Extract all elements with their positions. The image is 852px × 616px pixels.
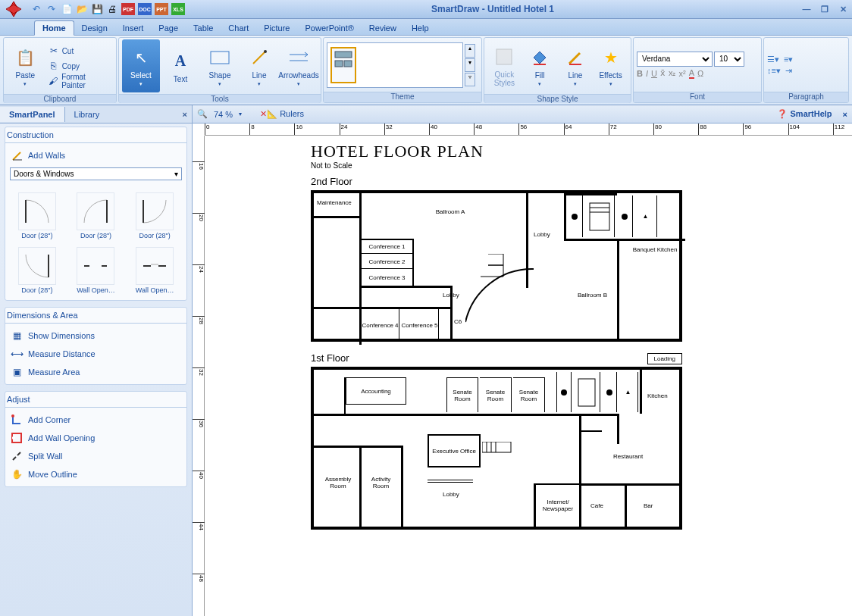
font-color-button[interactable]: A xyxy=(689,68,694,79)
tab-insert[interactable]: Insert xyxy=(115,21,152,35)
quick-styles-button[interactable]: Quick Styles xyxy=(487,39,522,92)
measure-distance-button[interactable]: ⟷Measure Distance xyxy=(5,345,186,363)
redo-icon[interactable]: ↷ xyxy=(45,3,58,15)
doors-windows-dropdown[interactable]: Doors & Windows▾ xyxy=(10,167,182,180)
doc-icon[interactable]: DOC xyxy=(138,3,152,15)
arrowheads-tool[interactable]: Arrowheads▾ xyxy=(280,39,318,92)
paste-icon: 📋 xyxy=(13,45,37,70)
effects-button[interactable]: ★Effects▾ xyxy=(594,39,628,92)
theme-up[interactable]: ▴ xyxy=(465,44,475,58)
tab-design[interactable]: Design xyxy=(74,21,115,35)
floor-1-plan[interactable]: Accounting Senate Room Senate Room Senat… xyxy=(311,367,682,530)
door-shape[interactable]: Door (28") xyxy=(126,186,183,239)
ppt-icon[interactable]: PPT xyxy=(155,3,168,15)
close-button[interactable]: ✕ xyxy=(837,3,849,15)
door-shape[interactable]: Door (28") xyxy=(8,186,66,239)
text-tool[interactable]: AText xyxy=(161,39,199,92)
add-corner-button[interactable]: Add Corner xyxy=(5,411,186,429)
cut-button[interactable]: ✂Cut xyxy=(45,43,113,58)
theme-down[interactable]: ▾ xyxy=(465,58,475,72)
add-walls-button[interactable]: Add Walls xyxy=(5,146,186,164)
group-label: Tools xyxy=(119,94,321,103)
section-header: Adjust xyxy=(5,392,186,408)
italic-button[interactable]: I xyxy=(646,69,648,78)
underline-button[interactable]: U xyxy=(651,69,657,78)
format-painter-button[interactable]: 🖌Format Painter xyxy=(45,73,113,89)
fill-button[interactable]: Fill▾ xyxy=(523,39,557,92)
rulers-toggle[interactable]: ✕📐 Rulers xyxy=(260,109,304,119)
bullets-button[interactable]: ☰▾ xyxy=(767,55,779,64)
new-icon[interactable]: 📄 xyxy=(61,3,73,15)
omega-button[interactable]: Ω xyxy=(697,69,703,78)
app-logo[interactable] xyxy=(3,0,24,20)
svg-point-35 xyxy=(606,389,612,396)
panel-close-button[interactable]: × xyxy=(178,110,192,119)
tab-picture[interactable]: Picture xyxy=(256,21,297,35)
tab-review[interactable]: Review xyxy=(362,21,404,35)
chevron-down-icon: ▾ xyxy=(174,170,178,178)
subscript-button[interactable]: x₂ xyxy=(669,68,676,78)
left-panel: SmartPanel Library × Construction Add Wa… xyxy=(0,105,193,616)
font-size-select[interactable]: 10 xyxy=(714,52,744,67)
vertical-ruler[interactable]: 162024283236404448 xyxy=(193,136,205,616)
open-icon[interactable]: 📂 xyxy=(76,3,88,15)
horizontal-ruler[interactable]: 081624324048566472808896104112 xyxy=(205,124,852,136)
floor-2-plan[interactable]: Maintenance Conference 1 Conference 2 Co… xyxy=(311,190,682,342)
opening-icon xyxy=(11,433,22,443)
print-icon[interactable]: 🖨 xyxy=(106,3,118,15)
minimize-button[interactable]: — xyxy=(800,3,813,15)
wall-opening-shape[interactable]: Wall Open… xyxy=(126,241,183,294)
indent-button[interactable]: ⇥ xyxy=(785,66,792,76)
floor-label: 1st Floor xyxy=(311,352,826,364)
copy-button[interactable]: ⎘Copy xyxy=(45,58,113,73)
svg-rect-34 xyxy=(578,379,595,406)
help-close-button[interactable]: × xyxy=(843,110,847,119)
line-spacing-button[interactable]: ↕≡▾ xyxy=(767,66,781,76)
theme-gallery[interactable] xyxy=(327,42,463,88)
strike-button[interactable]: x̄ xyxy=(660,68,666,78)
tab-page[interactable]: Page xyxy=(151,21,186,35)
zoom-level[interactable]: 74 % xyxy=(214,110,233,119)
maximize-button[interactable]: ❐ xyxy=(819,3,831,15)
add-wall-opening-button[interactable]: Add Wall Opening xyxy=(5,429,186,447)
tab-smartpanel[interactable]: SmartPanel xyxy=(0,107,65,122)
xls-icon[interactable]: XLS xyxy=(171,3,185,15)
theme-thumb[interactable] xyxy=(330,47,356,83)
paste-button[interactable]: 📋 Paste▾ xyxy=(7,39,44,92)
font-family-select[interactable]: Verdana xyxy=(637,52,713,67)
measure-area-button[interactable]: ▣Measure Area xyxy=(5,363,186,381)
line-style-button[interactable]: Line▾ xyxy=(559,39,593,92)
tab-library[interactable]: Library xyxy=(65,107,109,122)
tab-table[interactable]: Table xyxy=(186,21,221,35)
title-bar: ↶ ↷ 📄 📂 💾 🖨 PDF DOC PPT XLS SmartDraw - … xyxy=(0,0,852,19)
theme-more[interactable]: ▿ xyxy=(465,73,475,86)
select-tool[interactable]: ↖Select▾ xyxy=(122,39,160,92)
tab-chart[interactable]: Chart xyxy=(221,21,256,35)
split-wall-button[interactable]: Split Wall xyxy=(5,447,186,465)
tab-help[interactable]: Help xyxy=(404,21,437,35)
wall-opening-shape[interactable]: Wall Open… xyxy=(67,241,125,294)
superscript-button[interactable]: x² xyxy=(678,69,685,78)
show-dimensions-button[interactable]: ▦Show Dimensions xyxy=(5,327,186,345)
svg-rect-0 xyxy=(211,52,229,64)
tab-home[interactable]: Home xyxy=(34,20,74,36)
svg-line-12 xyxy=(13,152,20,160)
move-outline-button[interactable]: ✋Move Outline xyxy=(5,465,186,483)
bold-button[interactable]: B xyxy=(637,69,643,78)
line-tool[interactable]: Line▾ xyxy=(240,39,278,92)
section-header: Construction xyxy=(5,127,186,143)
canvas[interactable]: HOTEL FLOOR PLAN Not to Scale 2nd Floor … xyxy=(205,136,852,616)
svg-point-28 xyxy=(572,214,578,220)
tab-powerpoint[interactable]: PowerPoint® xyxy=(297,21,361,35)
save-icon[interactable]: 💾 xyxy=(91,3,103,15)
shape-tool[interactable]: Shape▾ xyxy=(201,39,239,92)
smarthelp-button[interactable]: ❓ SmartHelp xyxy=(777,109,832,119)
undo-icon[interactable]: ↶ xyxy=(30,3,42,15)
pdf-icon[interactable]: PDF xyxy=(121,3,135,15)
align-button[interactable]: ≡▾ xyxy=(784,55,793,64)
door-shape[interactable]: Door (28") xyxy=(8,241,66,294)
door-shape[interactable]: Door (28") xyxy=(67,186,125,239)
group-paragraph: ☰▾ ≡▾ ↕≡▾ ⇥ Paragraph xyxy=(763,37,849,103)
cursor-icon: ↖ xyxy=(129,45,153,70)
zoom-icon[interactable]: 🔍 xyxy=(197,109,208,119)
